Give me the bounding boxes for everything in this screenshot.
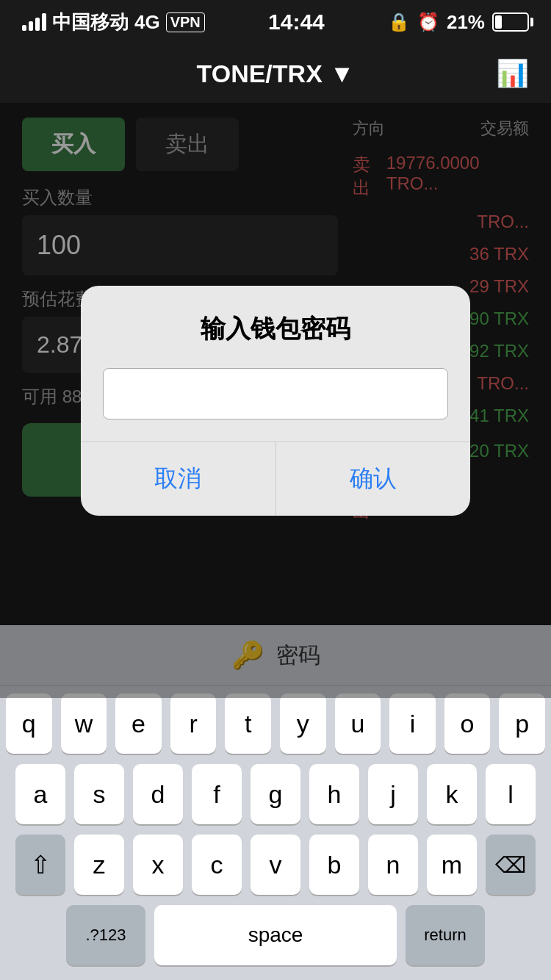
keyboard-row-3: ⇧ z x c v b n m ⌫ — [6, 835, 545, 895]
key-w[interactable]: w — [61, 693, 107, 754]
signal-icon — [22, 13, 46, 31]
key-c[interactable]: c — [192, 835, 242, 895]
chart-icon[interactable]: 📊 — [496, 58, 529, 89]
network-label: 4G — [134, 11, 160, 34]
lock-icon: 🔒 — [388, 12, 410, 32]
wallet-password-modal: 输入钱包密码 取消 确认 — [81, 286, 470, 516]
status-right: 🔒 ⏰ 21% — [388, 11, 529, 34]
status-bar: 中国移动 4G VPN 14:44 🔒 ⏰ 21% — [0, 0, 551, 44]
key-z[interactable]: z — [74, 835, 124, 895]
modal-title: 输入钱包密码 — [81, 286, 470, 361]
key-u[interactable]: u — [335, 693, 381, 754]
time-label: 14:44 — [268, 10, 325, 35]
status-left: 中国移动 4G VPN — [22, 10, 205, 35]
key-l[interactable]: l — [486, 764, 536, 824]
key-r[interactable]: r — [170, 693, 217, 754]
keyboard-rows: q w e r t y u i o p a s d f g h j k l ⇧ … — [0, 686, 551, 965]
key-m[interactable]: m — [427, 835, 477, 895]
key-i[interactable]: i — [389, 693, 436, 754]
key-q[interactable]: q — [6, 693, 52, 754]
key-delete[interactable]: ⌫ — [486, 835, 536, 895]
key-o[interactable]: o — [444, 693, 491, 754]
key-y[interactable]: y — [280, 693, 326, 754]
key-v[interactable]: v — [251, 835, 300, 895]
key-shift[interactable]: ⇧ — [15, 835, 65, 895]
header: TONE/TRX ▼ 📊 — [0, 44, 551, 103]
key-d[interactable]: d — [133, 764, 183, 824]
key-b[interactable]: b — [309, 835, 359, 895]
password-input[interactable] — [103, 368, 448, 419]
key-space[interactable]: space — [154, 905, 397, 965]
key-k[interactable]: k — [427, 764, 477, 824]
key-a[interactable]: a — [15, 764, 65, 824]
keyboard-row-1: q w e r t y u i o p — [6, 693, 545, 754]
battery-icon — [492, 12, 529, 32]
key-s[interactable]: s — [74, 764, 124, 824]
confirm-button[interactable]: 确认 — [276, 442, 471, 516]
modal-buttons: 取消 确认 — [81, 442, 470, 516]
key-n[interactable]: n — [368, 835, 418, 895]
key-f[interactable]: f — [192, 764, 242, 824]
carrier-label: 中国移动 — [52, 10, 129, 35]
header-title[interactable]: TONE/TRX ▼ — [197, 60, 355, 88]
key-j[interactable]: j — [368, 764, 418, 824]
key-numeric[interactable]: .?123 — [66, 905, 145, 965]
key-g[interactable]: g — [251, 764, 300, 824]
key-return[interactable]: return — [406, 905, 485, 965]
modal-input-wrap — [81, 361, 470, 442]
modal-overlay: 输入钱包密码 取消 确认 — [0, 103, 551, 698]
cancel-button[interactable]: 取消 — [81, 442, 276, 516]
vpn-label: VPN — [166, 12, 205, 32]
pair-label: TONE/TRX — [197, 60, 323, 88]
key-e[interactable]: e — [115, 693, 162, 754]
keyboard-row-4: .?123 space return — [6, 905, 545, 965]
dropdown-icon: ▼ — [330, 60, 355, 88]
alarm-icon: ⏰ — [417, 12, 439, 32]
key-t[interactable]: t — [225, 693, 271, 754]
key-p[interactable]: p — [499, 693, 545, 754]
keyboard-row-2: a s d f g h j k l — [6, 764, 545, 824]
key-x[interactable]: x — [133, 835, 183, 895]
battery-pct-label: 21% — [447, 11, 485, 34]
key-h[interactable]: h — [309, 764, 359, 824]
